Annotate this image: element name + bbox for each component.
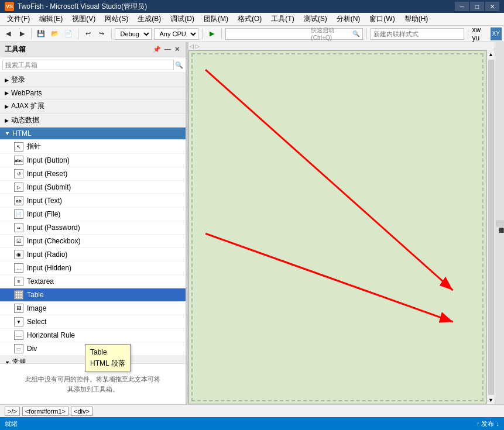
item-input-file[interactable]: 📄 Input (File): [0, 208, 186, 221]
right-tab-1[interactable]: 清计司测动边端: [496, 221, 504, 226]
toolbar-sep-3: [111, 29, 112, 39]
item-input-button[interactable]: abc Input (Button): [0, 154, 186, 167]
item-input-hidden[interactable]: … Input (Hidden): [0, 262, 186, 275]
toolbox-header: 工具箱 📌 — ✕: [0, 42, 186, 57]
menu-view[interactable]: 视图(V): [67, 13, 100, 25]
design-content-area: ▲ ▼: [188, 50, 495, 404]
design-scrollbar: ▲ ▼: [486, 50, 495, 404]
item-pointer[interactable]: ↖ 指针: [0, 140, 186, 154]
group-html-label: HTML: [12, 129, 32, 137]
menu-format[interactable]: 格式(O): [233, 13, 266, 25]
quick-launch-input[interactable]: [228, 30, 311, 37]
item-image[interactable]: 🖼 Image: [0, 302, 186, 315]
user-dropdown-btn[interactable]: XY: [491, 27, 502, 40]
item-table[interactable]: Table: [0, 288, 186, 302]
item-input-reset[interactable]: ↺ Input (Reset): [0, 167, 186, 181]
item-input-submit[interactable]: ▷ Input (Submit): [0, 181, 186, 194]
toolbar-sep-1: [31, 29, 32, 39]
toolbar: ◀ ▶ 💾 📂 📄 ↩ ↪ Debug Any CPU ▶ 快速启动 (Ctrl…: [0, 26, 504, 42]
undo-button[interactable]: ↩: [82, 27, 94, 40]
title-bar-left: VS TwoFish - Microsoft Visual Studio(管理员…: [5, 2, 147, 12]
vs-logo: VS: [5, 2, 14, 11]
minimize-button[interactable]: ─: [455, 2, 469, 11]
group-webparts[interactable]: ▶ WebParts: [0, 87, 186, 99]
menu-help[interactable]: 帮助(H): [400, 13, 433, 25]
tag-slash[interactable]: >/>: [5, 407, 20, 416]
toolbox-header-actions: 📌 — ✕: [152, 46, 181, 53]
tag-div[interactable]: <div>: [71, 407, 92, 416]
group-ajax[interactable]: ▶ AJAX 扩展: [0, 99, 186, 113]
new-button[interactable]: 📄: [63, 27, 75, 40]
menu-debug[interactable]: 调试(D): [166, 13, 199, 25]
search-icon[interactable]: 🔍: [352, 29, 360, 39]
group-general-label: 常规: [12, 357, 26, 363]
toolbox-list: ▶ 登录 ▶ WebParts ▶ AJAX 扩展 ▶ 动态数据 ▼ HTML: [0, 73, 186, 363]
new-inline-style-input[interactable]: [371, 28, 464, 40]
menu-website[interactable]: 网站(S): [100, 13, 133, 25]
scroll-down-btn[interactable]: ▼: [487, 396, 495, 404]
input-reset-icon: ↺: [14, 169, 23, 178]
menu-window[interactable]: 窗口(W): [365, 13, 399, 25]
webparts-expand-arrow: ▶: [5, 90, 9, 96]
item-input-checkbox[interactable]: ☑ Input (Checkbox): [0, 235, 186, 248]
select-label: Select: [27, 318, 46, 326]
scroll-up-btn[interactable]: ▲: [487, 50, 495, 59]
pointer-icon: ↖: [14, 142, 23, 152]
quick-launch-label: 快速启动 (Ctrl+Q): [311, 26, 351, 41]
debug-mode-dropdown[interactable]: Debug: [115, 28, 152, 40]
menu-test[interactable]: 测试(S): [299, 13, 332, 25]
close-button[interactable]: ✕: [485, 2, 499, 11]
menu-tools[interactable]: 工具(T): [266, 13, 299, 25]
item-input-password[interactable]: •• Input (Password): [0, 221, 186, 235]
item-horizontal-rule[interactable]: — Horizontal Rule: [0, 329, 186, 342]
design-canvas[interactable]: [188, 50, 486, 404]
input-hidden-label: Input (Hidden): [27, 264, 71, 272]
menu-build[interactable]: 生成(B): [133, 13, 166, 25]
select-icon: ▼: [14, 317, 23, 326]
group-login[interactable]: ▶ 登录: [0, 73, 186, 87]
toolbox-close-btn[interactable]: ✕: [173, 46, 181, 53]
bottom-bar: >/> <form#form1> <div>: [0, 404, 504, 417]
item-select[interactable]: ▼ Select: [0, 315, 186, 329]
menu-team[interactable]: 团队(M): [199, 13, 233, 25]
textarea-label: Textarea: [27, 277, 54, 285]
save-button[interactable]: 💾: [35, 27, 47, 40]
toolbar-sep-2: [78, 29, 78, 39]
toolbox-search-area: 🔍: [0, 57, 186, 73]
back-button[interactable]: ◀: [2, 27, 14, 40]
toolbox-minus-btn[interactable]: —: [163, 46, 172, 53]
menu-analyze[interactable]: 分析(N): [332, 13, 365, 25]
cpu-dropdown[interactable]: Any CPU: [154, 28, 198, 40]
input-text-icon: ab: [14, 196, 23, 205]
tooltip: Table HTML 段落: [85, 344, 131, 372]
publish-button[interactable]: ↑ 发布 ↓: [476, 419, 499, 428]
scroll-thumb[interactable]: [488, 60, 494, 395]
group-html[interactable]: ▼ HTML: [0, 128, 186, 140]
input-submit-icon: ▷: [14, 183, 23, 192]
redo-button[interactable]: ↪: [96, 27, 108, 40]
item-input-radio[interactable]: ◉ Input (Radio): [0, 248, 186, 262]
run-button[interactable]: ▶: [206, 27, 218, 40]
maximize-button[interactable]: □: [470, 2, 484, 11]
title-bar: VS TwoFish - Microsoft Visual Studio(管理员…: [0, 0, 504, 13]
menu-bar: 文件(F) 编辑(E) 视图(V) 网站(S) 生成(B) 调试(D) 团队(M…: [0, 13, 504, 26]
group-webparts-label: WebParts: [11, 89, 42, 97]
main-area: 工具箱 📌 — ✕ 🔍 ▶ 登录 ▶ WebParts: [0, 42, 504, 404]
item-textarea[interactable]: ≡ Textarea: [0, 275, 186, 288]
toolbox-pin-btn[interactable]: 📌: [152, 46, 162, 53]
design-top-bar: ◁ ▷: [188, 42, 495, 50]
group-dynamic[interactable]: ▶ 动态数据: [0, 113, 186, 128]
textarea-icon: ≡: [14, 277, 23, 286]
design-border: [191, 53, 484, 401]
toolbox-search-input[interactable]: [2, 60, 174, 70]
menu-file[interactable]: 文件(F): [2, 13, 35, 25]
quick-launch: 快速启动 (Ctrl+Q) 🔍: [225, 28, 363, 40]
open-button[interactable]: 📂: [49, 27, 61, 40]
item-input-text[interactable]: ab Input (Text): [0, 194, 186, 208]
menu-edit[interactable]: 编辑(E): [35, 13, 67, 25]
tag-form[interactable]: <form#form1>: [22, 407, 68, 416]
input-radio-icon: ◉: [14, 250, 23, 259]
forward-button[interactable]: ▶: [16, 27, 28, 40]
image-icon: 🖼: [14, 304, 23, 313]
title-bar-controls: ─ □ ✕: [455, 2, 499, 11]
